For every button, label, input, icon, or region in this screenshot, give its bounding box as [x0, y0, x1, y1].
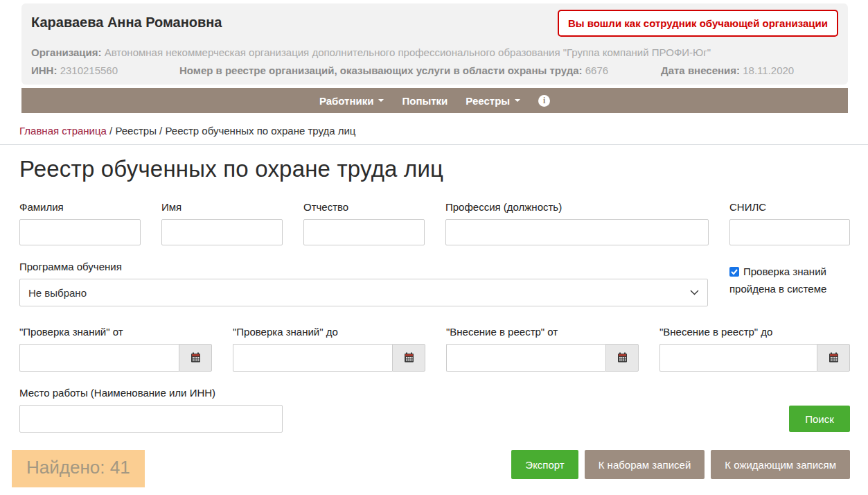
organization-label: Организация:: [31, 46, 102, 58]
check-from-group: [19, 344, 212, 372]
field-middlename: Отчество: [303, 201, 425, 245]
found-count-badge: Найдено: 41: [12, 450, 145, 487]
field-lastname: Фамилия: [19, 201, 141, 245]
page-title: Реестр обученных по охране труда лиц: [19, 156, 850, 182]
field-profession: Профессия (должность): [445, 201, 709, 245]
pending-records-button[interactable]: К ожидающим записям: [711, 450, 850, 479]
organization-line: Организация: Автономная некоммерческая о…: [31, 46, 711, 58]
entry-date-value: 18.11.2020: [743, 64, 794, 76]
registry-to-group: [659, 344, 850, 372]
field-check-from: "Проверка знаний" от: [19, 326, 212, 372]
middlename-label: Отчество: [303, 201, 425, 213]
main-navbar: Работники Попытки Реестры i: [21, 88, 848, 113]
registry-to-input[interactable]: [659, 344, 817, 372]
inn: ИНН: 2310215560: [31, 64, 118, 76]
calendar-icon[interactable]: [817, 344, 850, 372]
firstname-input[interactable]: [161, 219, 283, 245]
nav-item-workers-label: Работники: [319, 95, 374, 107]
check-to-input[interactable]: [233, 344, 392, 372]
filter-row-names: Фамилия Имя Отчество Профессия (должност…: [19, 201, 850, 245]
nav-item-workers[interactable]: Работники: [319, 95, 384, 107]
registry-number-value: 6676: [585, 64, 608, 76]
info-icon[interactable]: i: [538, 95, 550, 107]
field-program: Программа обучения Не выбрано: [19, 261, 708, 306]
field-workplace: Место работы (Наименование или ИНН): [19, 387, 283, 433]
field-firstname: Имя: [161, 201, 283, 245]
check-to-label: "Проверка знаний" до: [233, 326, 425, 338]
registry-to-label: "Внесение в реестр" до: [659, 326, 850, 338]
snils-label: СНИЛС: [729, 201, 850, 213]
user-name: Караваева Анна Романовна: [31, 15, 222, 31]
checkbox-checked-icon: [729, 267, 739, 277]
profession-input[interactable]: [445, 219, 709, 245]
header-panel: Караваева Анна Романовна Вы вошли как со…: [21, 3, 848, 85]
found-count: 41: [110, 457, 130, 478]
knowledge-check-label: Проверка знаний пройдена в системе: [729, 266, 826, 295]
results-actions: Экспорт К наборам записей К ожидающим за…: [511, 450, 850, 479]
field-registry-from: "Внесение в реестр" от: [446, 326, 639, 372]
middlename-input[interactable]: [303, 219, 425, 245]
registry-number: Номер в реестре организаций, оказывающих…: [179, 64, 608, 76]
nav-item-attempts[interactable]: Попытки: [402, 95, 448, 107]
chevron-down-icon: [690, 290, 699, 295]
calendar-icon[interactable]: [605, 344, 639, 372]
chevron-down-icon: [515, 99, 520, 102]
search-button[interactable]: Поиск: [789, 406, 850, 432]
knowledge-check-checkbox[interactable]: Проверка знаний пройдена в системе: [729, 261, 850, 297]
program-select-value: Не выбрано: [28, 287, 87, 299]
inn-value: 2310215560: [60, 64, 118, 76]
found-label: Найдено:: [26, 457, 105, 478]
field-snils: СНИЛС: [729, 201, 850, 245]
check-from-label: "Проверка знаний" от: [19, 326, 212, 338]
registry-from-group: [446, 344, 639, 372]
check-from-input[interactable]: [19, 344, 179, 372]
registry-number-label: Номер в реестре организаций, оказывающих…: [179, 64, 583, 76]
profession-label: Профессия (должность): [445, 201, 709, 213]
export-button[interactable]: Экспорт: [511, 450, 578, 479]
field-knowledge-check: Проверка знаний пройдена в системе: [729, 261, 850, 306]
registry-from-label: "Внесение в реестр" от: [446, 326, 639, 338]
results-toolbar: Найдено: 41 Экспорт К наборам записей К …: [19, 450, 850, 487]
entry-date: Дата внесения: 18.11.2020: [661, 64, 794, 76]
entry-date-label: Дата внесения:: [661, 64, 740, 76]
record-sets-button[interactable]: К наборам записей: [585, 450, 705, 479]
login-role-badge: Вы вошли как сотрудник обучающей организ…: [558, 10, 838, 37]
lastname-input[interactable]: [19, 219, 141, 245]
check-to-group: [233, 344, 425, 372]
lastname-label: Фамилия: [19, 201, 141, 213]
field-registry-to: "Внесение в реестр" до: [659, 326, 850, 372]
breadcrumb: Главная страница / Реестры / Реестр обуч…: [19, 125, 849, 137]
field-check-to: "Проверка знаний" до: [233, 326, 425, 372]
program-select[interactable]: Не выбрано: [19, 279, 708, 306]
program-label: Программа обучения: [19, 261, 708, 272]
breadcrumb-home-link[interactable]: Главная страница: [19, 125, 107, 137]
snils-input[interactable]: [729, 219, 850, 245]
workplace-label: Место работы (Наименование или ИНН): [19, 387, 283, 399]
main-content: Реестр обученных по охране труда лиц Фам…: [19, 156, 850, 487]
workplace-input[interactable]: [19, 405, 283, 433]
calendar-icon[interactable]: [179, 344, 212, 372]
firstname-label: Имя: [161, 201, 283, 213]
chevron-down-icon: [378, 99, 384, 102]
nav-item-registries-label: Реестры: [466, 95, 510, 107]
registry-from-input[interactable]: [446, 344, 605, 372]
calendar-icon[interactable]: [392, 344, 425, 372]
organization-value: Автономная некоммерческая организация до…: [105, 46, 711, 58]
nav-item-attempts-label: Попытки: [402, 95, 448, 107]
filter-row-dates: "Проверка знаний" от "Проверка знаний" д…: [19, 326, 850, 372]
registry-info-line: ИНН: 2310215560 Номер в реестре организа…: [31, 64, 835, 76]
divider: [0, 144, 868, 145]
nav-item-registries[interactable]: Реестры: [466, 95, 520, 107]
filter-row-workplace: Место работы (Наименование или ИНН) Поис…: [19, 387, 850, 433]
filter-row-program: Программа обучения Не выбрано Проверка з…: [19, 261, 850, 306]
inn-label: ИНН:: [31, 64, 57, 76]
breadcrumb-trail: / Реестры / Реестр обученных по охране т…: [107, 125, 356, 137]
